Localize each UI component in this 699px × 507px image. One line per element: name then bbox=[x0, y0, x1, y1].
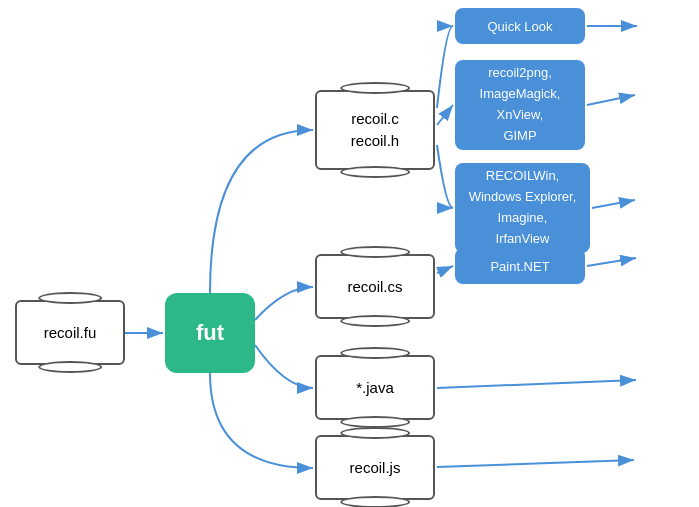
linux-tux-icon bbox=[633, 65, 685, 135]
line-fut-cs bbox=[255, 287, 313, 320]
scroll-bottom-ch bbox=[340, 166, 410, 178]
recoil-ch-node: recoil.c recoil.h bbox=[315, 90, 435, 170]
linux-tools-node: recoil2png,ImageMagick,XnView,GIMP bbox=[455, 60, 585, 150]
quick-look-label: Quick Look bbox=[487, 19, 552, 34]
win-tools-node: RECOILWin,Windows Explorer,Imagine,Irfan… bbox=[455, 163, 590, 253]
recoil-cs-node: recoil.cs bbox=[315, 254, 435, 319]
scroll-bottom-cs bbox=[340, 315, 410, 327]
scroll-top-decoration bbox=[38, 292, 102, 304]
line-fut-java bbox=[255, 345, 313, 388]
line-java-android bbox=[437, 380, 636, 388]
line-js-html5 bbox=[437, 460, 634, 467]
line-ch-linux bbox=[437, 105, 453, 125]
win-tools-label: RECOILWin,Windows Explorer,Imagine,Irfan… bbox=[469, 166, 577, 249]
fut-label: fut bbox=[196, 320, 224, 346]
scroll-bottom-js bbox=[340, 496, 410, 507]
linux-tools-label: recoil2png,ImageMagick,XnView,GIMP bbox=[480, 63, 561, 146]
java-node: *.java bbox=[315, 355, 435, 420]
recoil-ch-label: recoil.c recoil.h bbox=[351, 108, 399, 153]
scroll-bottom-decoration bbox=[38, 361, 102, 373]
quick-look-node: Quick Look bbox=[455, 8, 585, 44]
html5-icon: 5 HTML bbox=[633, 430, 688, 495]
recoil-js-label: recoil.js bbox=[350, 459, 401, 476]
android-icon bbox=[634, 348, 686, 408]
line-ch-win bbox=[437, 145, 453, 208]
apple-icon bbox=[638, 5, 686, 53]
scroll-top-java bbox=[340, 347, 410, 359]
line-win-icon bbox=[592, 200, 635, 208]
recoil-fu-node: recoil.fu bbox=[15, 300, 125, 365]
recoil-fu-label: recoil.fu bbox=[44, 324, 97, 341]
recoil-js-node: recoil.js bbox=[315, 435, 435, 500]
line-linux-icon bbox=[587, 95, 635, 105]
paint-net-label: Paint.NET bbox=[490, 259, 549, 274]
line-paint-win-icon bbox=[587, 258, 636, 266]
fut-node: fut bbox=[165, 293, 255, 373]
line-cs-paint bbox=[437, 266, 453, 273]
line-fut-js bbox=[210, 373, 313, 468]
line-fut-ch bbox=[210, 130, 313, 293]
scroll-top-ch bbox=[340, 82, 410, 94]
scroll-top-cs bbox=[340, 246, 410, 258]
windows-xp-icon bbox=[633, 163, 685, 215]
scroll-top-js bbox=[340, 427, 410, 439]
windows-paint-icon bbox=[636, 238, 684, 286]
java-label: *.java bbox=[356, 379, 394, 396]
paint-net-node: Paint.NET bbox=[455, 248, 585, 284]
recoil-cs-label: recoil.cs bbox=[347, 278, 402, 295]
line-ch-quicklook bbox=[437, 26, 453, 108]
